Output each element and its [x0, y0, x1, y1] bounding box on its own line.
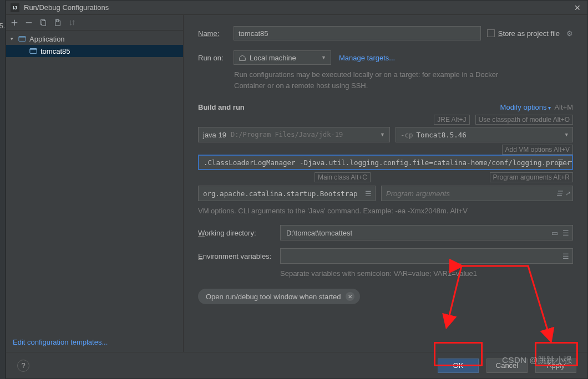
store-as-project-label: SStore as project filetore as project fi…: [498, 29, 560, 38]
vm-hint: VM options. CLI arguments to the 'Java' …: [198, 207, 573, 215]
help-icon[interactable]: ?: [17, 360, 29, 372]
edit-templates-link[interactable]: Edit configuration templates...: [13, 338, 108, 346]
prog-args-tag: Program arguments Alt+R: [490, 172, 573, 182]
application-icon: [18, 35, 26, 43]
app-icon: IJ: [11, 3, 19, 12]
store-as-project-checkbox[interactable]: [487, 29, 495, 37]
open-tool-window-pill[interactable]: Open run/debug tool window when started …: [198, 289, 360, 304]
gear-icon[interactable]: ⚙: [566, 29, 573, 38]
svg-rect-6: [30, 49, 37, 50]
window-title: Run/Debug Configurations: [24, 3, 109, 12]
copy-icon[interactable]: [39, 19, 47, 27]
sidebar: ▾ Application tomcat85 Edit configuratio…: [6, 15, 184, 352]
run-on-value: Local machine: [250, 54, 296, 62]
program-arguments-input[interactable]: Program arguments ☰↗: [381, 186, 573, 201]
chevron-down-icon: ▼: [321, 55, 326, 60]
main-class-value: org.apache.catalina.startup.Bootstrap: [203, 190, 357, 198]
classpath-select[interactable]: -cp Tomcat8.5.46 ▼: [396, 127, 573, 142]
list-icon[interactable]: ☰: [562, 252, 569, 260]
gutter-text: 5.: [0, 22, 5, 30]
tree-root-application[interactable]: ▾ Application: [6, 33, 183, 45]
modify-options-link[interactable]: Modify options▾: [500, 103, 551, 111]
expand-icon[interactable]: ↗: [566, 158, 570, 166]
working-directory-label: Working directory:: [198, 229, 280, 237]
list-icon[interactable]: ☰: [365, 190, 372, 198]
cancel-button[interactable]: Cancel: [486, 358, 528, 373]
tree-item-label: tomcat85: [40, 47, 70, 55]
folder-icon[interactable]: ▭: [551, 229, 558, 237]
cp-prefix: -cp: [401, 131, 413, 139]
pill-label: Open run/debug tool window when started: [206, 293, 341, 301]
run-on-label: Run on:: [198, 54, 234, 62]
vm-options-value: .ClassLoaderLogManager -Djava.util.loggi…: [204, 158, 573, 167]
cp-value: Tomcat8.5.46: [417, 131, 467, 139]
manage-targets-link[interactable]: Manage targets...: [339, 54, 395, 62]
modify-options-shortcut: Alt+M: [554, 103, 573, 111]
list-icon[interactable]: ☰: [562, 229, 569, 237]
vm-options-tag: Add VM options Alt+V: [502, 145, 573, 155]
classpath-tag: Use classpath of module Alt+O: [475, 115, 573, 125]
application-icon: [29, 47, 37, 55]
name-input[interactable]: [234, 26, 481, 40]
working-directory-input[interactable]: D:\tomcat\tomcattest ▭ ☰: [280, 225, 573, 240]
jre-select[interactable]: java 19 D:/Program Files/Java/jdk-19 ▼: [198, 127, 390, 142]
tree-root-label: Application: [29, 35, 65, 43]
annotation-box-ok: [434, 342, 483, 366]
run-on-hint: Run configurations may be executed local…: [234, 69, 500, 91]
svg-rect-2: [56, 19, 58, 22]
working-directory-value: D:\tomcat\tomcattest: [286, 229, 352, 237]
main-class-tag: Main class Alt+C: [315, 172, 371, 182]
dialog-footer: ? OK Cancel Apply: [6, 352, 587, 378]
config-tree: ▾ Application tomcat85: [6, 30, 183, 332]
svg-rect-1: [42, 21, 45, 25]
build-run-heading: Build and run: [198, 103, 245, 111]
env-hint: Separate variables with semicolon: VAR=v…: [280, 269, 573, 278]
sort-icon: [68, 19, 76, 27]
history-icon[interactable]: ☰: [556, 190, 562, 197]
chevron-down-icon: ▼: [565, 132, 568, 137]
main-class-input[interactable]: org.apache.catalina.startup.Bootstrap ☰: [198, 186, 376, 201]
expand-icon[interactable]: ↗: [565, 190, 570, 197]
tree-item-tomcat85[interactable]: tomcat85: [6, 45, 183, 57]
config-toolbar: [6, 15, 183, 30]
home-icon: [239, 54, 246, 62]
program-arguments-placeholder: Program arguments: [386, 190, 450, 198]
annotation-box-apply: [535, 342, 578, 366]
remove-icon[interactable]: [25, 19, 33, 27]
titlebar: IJ Run/Debug Configurations ✕: [6, 1, 587, 15]
dialog: IJ Run/Debug Configurations ✕ ▾ Applicat…: [6, 0, 588, 379]
close-icon[interactable]: ✕: [572, 3, 583, 12]
history-icon[interactable]: ☰: [557, 158, 564, 166]
env-label: Environment variables:: [198, 252, 280, 260]
chevron-down-icon[interactable]: ▾: [11, 36, 16, 42]
add-icon[interactable]: [11, 19, 18, 27]
env-input[interactable]: ☰: [280, 248, 573, 264]
name-label: Name:: [198, 29, 234, 38]
jdk-name: java 19: [203, 131, 226, 139]
jre-tag: JRE Alt+J: [434, 115, 469, 125]
jdk-path: D:/Program Files/Java/jdk-19: [231, 131, 343, 139]
run-on-select[interactable]: Local machine ▼: [234, 50, 331, 65]
config-form: Name: SStore as project filetore as proj…: [184, 15, 587, 352]
save-icon[interactable]: [54, 19, 62, 27]
vm-options-input[interactable]: .ClassLoaderLogManager -Djava.util.loggi…: [198, 155, 573, 170]
close-icon[interactable]: ✕: [346, 292, 354, 301]
chevron-down-icon: ▼: [380, 132, 385, 137]
svg-rect-4: [19, 37, 26, 38]
